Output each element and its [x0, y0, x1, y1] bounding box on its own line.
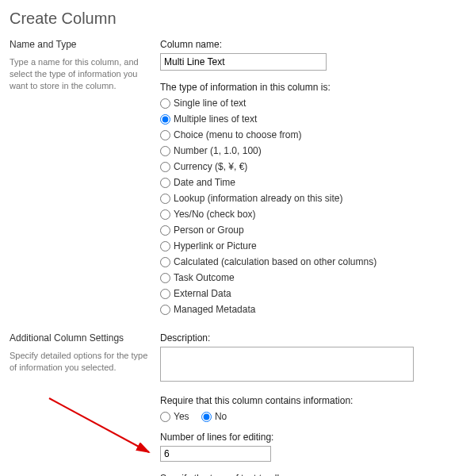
- column-type-option-label: Lookup (information already on this site…: [174, 191, 342, 205]
- column-type-option[interactable]: Managed Metadata: [160, 302, 438, 317]
- column-type-radio[interactable]: [160, 305, 170, 315]
- column-type-radio[interactable]: [160, 273, 170, 283]
- column-type-option[interactable]: Date and Time: [160, 175, 438, 190]
- column-type-option-label: Calculated (calculation based on other c…: [174, 255, 376, 269]
- require-no-label: No: [215, 409, 227, 424]
- column-type-option-label: Number (1, 1.0, 100): [174, 144, 262, 158]
- column-type-option-label: External Data: [174, 286, 231, 301]
- column-type-radio[interactable]: [160, 194, 170, 204]
- column-type-option[interactable]: Hyperlink or Picture: [160, 239, 438, 253]
- column-type-option[interactable]: External Data: [160, 286, 438, 301]
- require-yes-label: Yes: [174, 409, 189, 424]
- additional-settings-heading: Additional Column Settings: [10, 332, 152, 344]
- column-type-option-label: Person or Group: [174, 223, 244, 237]
- column-type-option[interactable]: Single line of text: [160, 96, 438, 110]
- column-type-radio[interactable]: [160, 209, 170, 220]
- column-type-option[interactable]: Person or Group: [160, 223, 438, 237]
- description-textarea[interactable]: [160, 347, 414, 382]
- column-type-radio[interactable]: [160, 225, 170, 236]
- column-type-radio[interactable]: [160, 289, 170, 299]
- column-type-option[interactable]: Choice (menu to choose from): [160, 128, 438, 142]
- column-type-option[interactable]: Lookup (information already on this site…: [160, 191, 438, 205]
- section-name-and-type: Name and Type Type a name for this colum…: [10, 39, 438, 318]
- column-type-radio[interactable]: [160, 241, 170, 251]
- name-and-type-help: Type a name for this column, and select …: [10, 56, 152, 92]
- column-type-options: Single line of textMultiple lines of tex…: [160, 96, 438, 317]
- column-type-radio[interactable]: [160, 146, 170, 156]
- column-type-option[interactable]: Task Outcome: [160, 271, 438, 285]
- column-type-option[interactable]: Number (1, 1.0, 100): [160, 144, 438, 158]
- name-and-type-heading: Name and Type: [10, 39, 152, 50]
- column-type-option-label: Yes/No (check box): [174, 207, 256, 221]
- column-type-option[interactable]: Yes/No (check box): [160, 207, 438, 221]
- page-title: Create Column: [10, 10, 438, 28]
- column-type-option[interactable]: Multiple lines of text: [160, 112, 438, 126]
- column-type-radio[interactable]: [160, 257, 170, 267]
- additional-settings-help: Specify detailed options for the type of…: [10, 350, 152, 374]
- column-type-option-label: Choice (menu to choose from): [174, 128, 301, 142]
- require-no-radio[interactable]: [201, 412, 212, 422]
- column-type-radio[interactable]: [160, 130, 170, 140]
- require-yes-option[interactable]: Yes: [160, 409, 189, 424]
- require-label: Require that this column contains inform…: [160, 395, 438, 406]
- column-type-option-label: Multiple lines of text: [174, 112, 257, 126]
- column-type-radio[interactable]: [160, 98, 170, 109]
- column-type-option-label: Task Outcome: [174, 271, 235, 285]
- column-type-label: The type of information in this column i…: [160, 82, 438, 93]
- section-additional-settings: Additional Column Settings Specify detai…: [10, 332, 438, 476]
- text-type-label: Specify the type of text to allow:: [160, 473, 438, 476]
- description-label: Description:: [160, 332, 438, 344]
- column-type-radio[interactable]: [160, 162, 170, 172]
- require-yes-radio[interactable]: [160, 412, 170, 422]
- column-type-option-label: Date and Time: [174, 175, 235, 190]
- column-type-option-label: Currency ($, ¥, €): [174, 159, 247, 174]
- column-name-label: Column name:: [160, 39, 438, 50]
- column-type-option-label: Hyperlink or Picture: [174, 239, 257, 253]
- num-lines-label: Number of lines for editing:: [160, 432, 438, 443]
- column-name-input[interactable]: [160, 53, 327, 71]
- num-lines-input[interactable]: [160, 446, 271, 462]
- column-type-option-label: Managed Metadata: [174, 302, 255, 317]
- column-type-radio[interactable]: [160, 178, 170, 188]
- column-type-radio[interactable]: [160, 114, 170, 125]
- require-group: Yes No: [160, 409, 438, 425]
- column-type-option[interactable]: Currency ($, ¥, €): [160, 159, 438, 174]
- column-type-option[interactable]: Calculated (calculation based on other c…: [160, 255, 438, 269]
- require-no-option[interactable]: No: [201, 409, 227, 424]
- column-type-option-label: Single line of text: [174, 96, 246, 110]
